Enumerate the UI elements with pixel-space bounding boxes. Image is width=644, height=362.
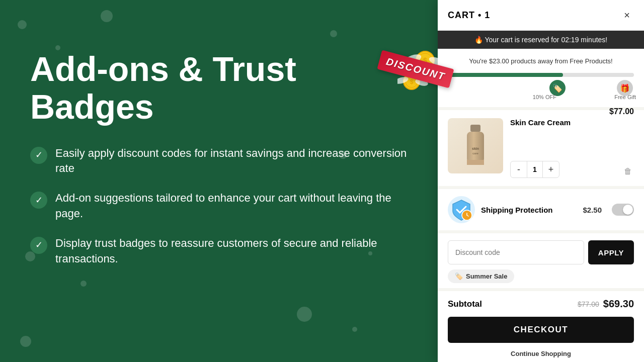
final-price: $69.30 xyxy=(603,298,634,310)
subtotal-section: Subtotal $77.00 $69.30 xyxy=(438,291,644,317)
milestone-left-label: 10% OFF xyxy=(533,94,556,100)
quantity-control: - 1 + xyxy=(510,161,559,178)
tag-icon: 🏷️ xyxy=(455,273,463,280)
qty-value: 1 xyxy=(527,161,543,177)
dot-decoration xyxy=(18,20,27,29)
cart-item-image: skin care xyxy=(448,118,503,173)
dot-decoration xyxy=(368,251,372,255)
cart-scroll-area[interactable]: You're $23.00 products away from Free Pr… xyxy=(438,49,644,362)
shipping-toggle[interactable] xyxy=(612,204,634,216)
milestone-right-label: Free Gift xyxy=(614,94,636,100)
check-icon-1: ✓ xyxy=(30,147,47,164)
dot-decoration xyxy=(25,251,35,261)
dot-decoration xyxy=(20,336,31,347)
discount-tag[interactable]: 🏷️ Summer Sale xyxy=(448,269,514,283)
cart-item-details: Skin Care Cream $77.00 - 1 + 🗑 xyxy=(510,118,634,178)
dot-decoration xyxy=(80,281,87,287)
shipping-protection-icon xyxy=(448,196,475,223)
cart-title: CART • 1 xyxy=(448,10,490,21)
timer-text: 🔥 Your cart is reserved for 02:19 minute… xyxy=(474,36,607,44)
feature-list: ✓ Easily apply discount codes for instan… xyxy=(30,146,408,267)
product-tube-svg: skin care xyxy=(463,121,488,171)
subtotal-prices: $77.00 $69.30 xyxy=(578,298,634,310)
progress-section: You're $23.00 products away from Free Pr… xyxy=(438,49,644,107)
svg-rect-10 xyxy=(470,125,480,132)
continue-shopping-link[interactable]: Continue Shopping xyxy=(448,348,634,359)
progress-bar-fill xyxy=(448,73,563,77)
discount-section: APPLY 🏷️ Summer Sale xyxy=(438,233,644,288)
timer-banner: 🔥 Your cart is reserved for 02:19 minute… xyxy=(438,31,644,49)
check-icon-2: ✓ xyxy=(30,192,47,209)
feature-item-3: ✓ Display trust badges to reassure custo… xyxy=(30,236,408,267)
close-button[interactable]: × xyxy=(620,8,634,22)
feature-item-1: ✓ Easily apply discount codes for instan… xyxy=(30,146,408,177)
cart-item: skin care Skin Care Cream $77.00 - 1 + xyxy=(448,118,634,178)
dot-decoration xyxy=(352,327,357,332)
page-title: Add-ons & Trust Badges xyxy=(30,50,408,126)
dot-decoration xyxy=(330,30,337,37)
shipping-protection-price: $2.50 xyxy=(583,206,602,214)
dot-decoration xyxy=(339,151,347,159)
dot-decoration xyxy=(297,307,312,322)
shipping-protection-section: Shipping Protection $2.50 xyxy=(438,189,644,230)
qty-plus-button[interactable]: + xyxy=(543,161,559,177)
apply-button[interactable]: APPLY xyxy=(588,240,634,264)
shipping-protection-label: Shipping Protection xyxy=(481,206,577,214)
feature-text-2: Add-on suggestions tailored to enhance y… xyxy=(55,191,408,222)
feature-text-1: Easily apply discount codes for instant … xyxy=(55,146,408,177)
original-price: $77.00 xyxy=(578,300,599,308)
subtotal-label: Subtotal xyxy=(448,299,482,309)
qty-minus-button[interactable]: - xyxy=(511,161,527,177)
item-top-row: Skin Care Cream $77.00 xyxy=(510,118,634,131)
feature-item-2: ✓ Add-on suggestions tailored to enhance… xyxy=(30,191,408,222)
discount-row: APPLY xyxy=(448,240,634,264)
delete-item-button[interactable]: 🗑 xyxy=(622,165,634,178)
checkout-section: CHECKOUT Continue Shopping xyxy=(438,317,644,362)
toggle-knob xyxy=(623,205,633,215)
progress-bar xyxy=(448,73,634,77)
svg-text:$: $ xyxy=(410,78,414,85)
cart-item-price: $77.00 xyxy=(609,107,634,131)
left-panel: Add-ons & Trust Badges ✓ Easily apply di… xyxy=(0,0,438,362)
cart-item-section: skin care Skin Care Cream $77.00 - 1 + xyxy=(438,110,644,186)
dot-decoration xyxy=(101,10,113,22)
feature-text-3: Display trust badges to reassure custome… xyxy=(55,236,408,267)
svg-text:care: care xyxy=(472,152,478,155)
dot-decoration xyxy=(55,45,60,50)
progress-text: You're $23.00 products away from Free Pr… xyxy=(448,57,634,66)
checkout-button[interactable]: CHECKOUT xyxy=(448,317,634,343)
cart-item-name: Skin Care Cream xyxy=(510,118,571,127)
svg-text:skin: skin xyxy=(472,147,479,150)
discount-tag-label: Summer Sale xyxy=(466,273,507,280)
svg-rect-12 xyxy=(467,160,484,165)
cart-panel: CART • 1 × 🔥 Your cart is reserved for 0… xyxy=(438,0,644,362)
check-icon-3: ✓ xyxy=(30,237,47,254)
discount-input[interactable] xyxy=(448,240,584,264)
cart-header: CART • 1 × xyxy=(438,0,644,31)
